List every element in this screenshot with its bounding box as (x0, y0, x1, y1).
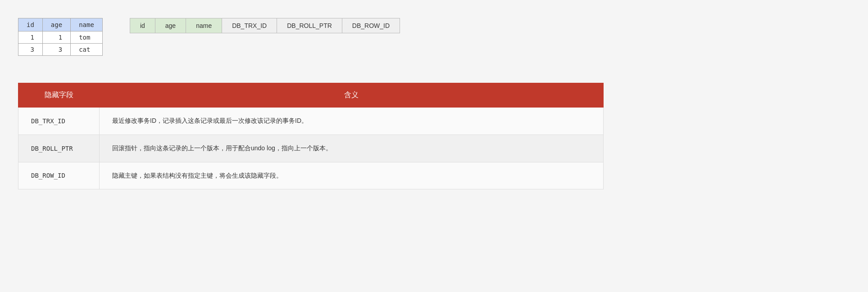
simple-table-header-age: age (42, 18, 70, 31)
simple-table: id age name 1 1 tom 3 3 cat (18, 18, 103, 56)
hf-header-id: id (130, 18, 155, 33)
explanation-meaning-trx-id: 最近修改事务ID，记录插入这条记录或最后一次修改该记录的事务ID。 (100, 108, 604, 135)
explanation-row-roll-ptr: DB_ROLL_PTR 回滚指针，指向这条记录的上一个版本，用于配合undo l… (18, 135, 604, 162)
explanation-row-row-id: DB_ROW_ID 隐藏主键，如果表结构没有指定主键，将会生成该隐藏字段。 (18, 162, 604, 189)
table-row: 1 1 tom (18, 31, 103, 44)
simple-table-header-name: name (71, 18, 103, 31)
hidden-fields-table: id age name DB_TRX_ID DB_ROLL_PTR DB_ROW… (130, 18, 400, 33)
row2-id: 3 (18, 44, 43, 56)
hf-header-trx-id: DB_TRX_ID (222, 18, 277, 33)
table-row: 3 3 cat (18, 44, 103, 56)
row1-id: 1 (18, 31, 43, 44)
explanation-row-trx-id: DB_TRX_ID 最近修改事务ID，记录插入这条记录或最后一次修改该记录的事务… (18, 108, 604, 135)
explanation-col2-header: 含义 (100, 83, 604, 108)
bottom-section: 隐藏字段 含义 DB_TRX_ID 最近修改事务ID，记录插入这条记录或最后一次… (18, 83, 604, 189)
hf-header-row-id: DB_ROW_ID (342, 18, 400, 33)
explanation-meaning-row-id: 隐藏主键，如果表结构没有指定主键，将会生成该隐藏字段。 (100, 162, 604, 189)
row2-name: cat (71, 44, 103, 56)
explanation-field-roll-ptr: DB_ROLL_PTR (18, 135, 100, 162)
explanation-field-row-id: DB_ROW_ID (18, 162, 100, 189)
row1-name: tom (71, 31, 103, 44)
hf-header-name: name (186, 18, 222, 33)
hf-header-roll-ptr: DB_ROLL_PTR (277, 18, 342, 33)
explanation-meaning-roll-ptr: 回滚指针，指向这条记录的上一个版本，用于配合undo log，指向上一个版本。 (100, 135, 604, 162)
top-section: id age name 1 1 tom 3 3 cat id age name (18, 18, 850, 56)
simple-table-header-id: id (18, 18, 43, 31)
explanation-field-trx-id: DB_TRX_ID (18, 108, 100, 135)
row2-age: 3 (42, 44, 70, 56)
explanation-header-row: 隐藏字段 含义 (18, 83, 604, 108)
explanation-table: 隐藏字段 含义 DB_TRX_ID 最近修改事务ID，记录插入这条记录或最后一次… (18, 83, 604, 189)
explanation-col1-header: 隐藏字段 (18, 83, 100, 108)
row1-age: 1 (42, 31, 70, 44)
hf-header-age: age (155, 18, 186, 33)
